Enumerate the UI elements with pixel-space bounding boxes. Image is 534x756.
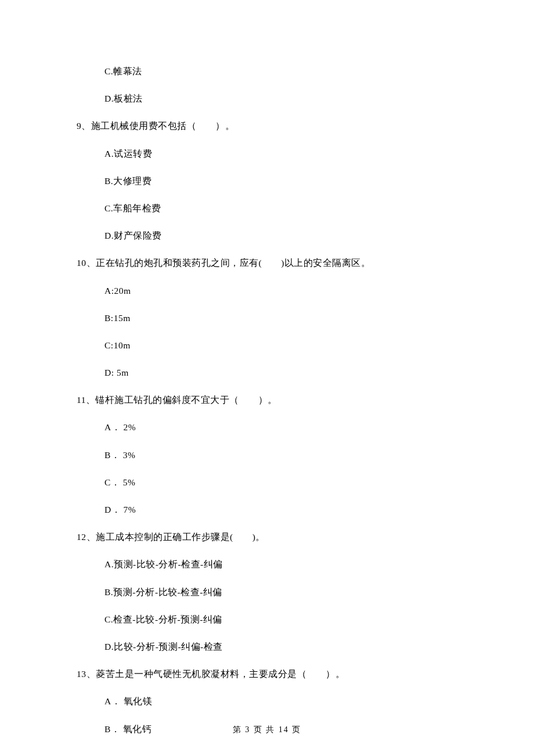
prev-question-option-c: C.帷幕法 xyxy=(77,65,464,78)
question-11-option-d: D． 7% xyxy=(77,503,464,516)
question-9-stem: 9、施工机械使用费不包括（ ）。 xyxy=(77,120,464,132)
page: C.帷幕法 D.板桩法 9、施工机械使用费不包括（ ）。 A.试运转费 B.大修… xyxy=(0,0,534,756)
question-9-option-b: B.大修理费 xyxy=(77,175,464,188)
question-9-option-c: C.车船年检费 xyxy=(77,202,464,215)
question-12-option-d: D.比较-分析-预测-纠偏-检查 xyxy=(77,640,464,653)
question-10-option-d: D: 5m xyxy=(77,366,464,379)
question-12-option-b: B.预测-分析-比较-检查-纠偏 xyxy=(77,586,464,599)
question-10-option-c: C:10m xyxy=(77,339,464,352)
question-11-option-b: B． 3% xyxy=(77,449,464,462)
question-13-option-a: A． 氧化镁 xyxy=(77,695,464,708)
question-13-stem: 13、菱苦土是一种气硬性无机胶凝材料，主要成分是（ ）。 xyxy=(77,668,464,681)
question-12-stem: 12、施工成本控制的正确工作步骤是( )。 xyxy=(77,531,464,543)
question-9-option-d: D.财产保险费 xyxy=(77,229,464,242)
question-11-stem: 11、锚杆施工钻孔的偏斜度不宜大于（ ）。 xyxy=(77,394,464,406)
question-10-stem: 10、正在钻孔的炮孔和预装药孔之间，应有( )以上的安全隔离区。 xyxy=(77,257,464,269)
question-11-option-c: C． 5% xyxy=(77,476,464,489)
question-10-option-a: A:20m xyxy=(77,285,464,297)
prev-question-option-d: D.板桩法 xyxy=(77,92,464,105)
question-12-option-a: A.预测-比较-分析-检查-纠偏 xyxy=(77,558,464,571)
page-footer: 第 3 页 共 14 页 xyxy=(0,725,534,735)
question-11-option-a: A． 2% xyxy=(77,421,464,434)
question-9-option-a: A.试运转费 xyxy=(77,147,464,160)
question-10-option-b: B:15m xyxy=(77,312,464,325)
question-12-option-c: C.检查-比较-分析-预测-纠偏 xyxy=(77,613,464,626)
